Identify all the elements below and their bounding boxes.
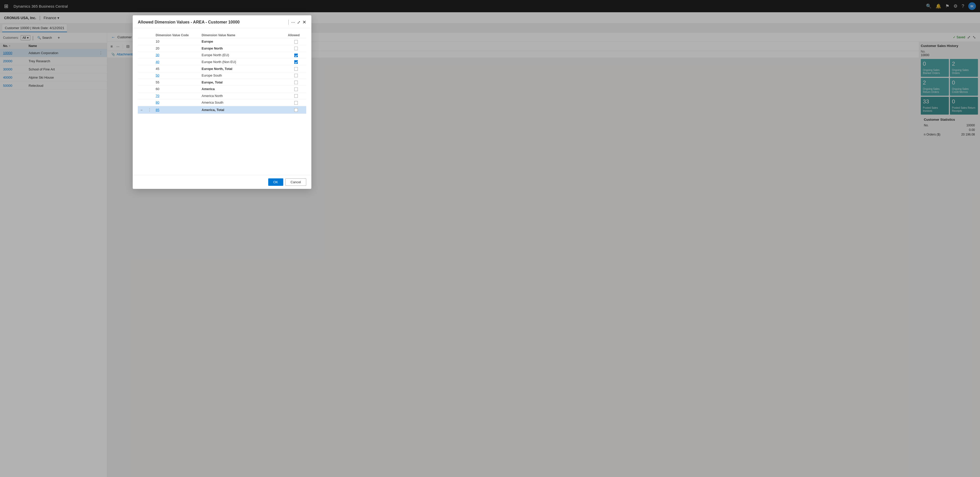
modal-body: Dimension Value Code Dimension Value Nam… <box>133 28 311 175</box>
row-code: 50 <box>154 72 200 79</box>
modal-expand-icon[interactable]: ⤢ <box>297 20 301 25</box>
row-code: 80 <box>154 99 200 106</box>
table-row[interactable]: 60 America <box>138 86 306 92</box>
allowed-checkbox[interactable] <box>294 87 298 91</box>
row-code: 40 <box>154 59 200 65</box>
row-dots-cell <box>145 59 154 65</box>
table-row[interactable]: 45 Europe North, Total <box>138 65 306 72</box>
modal-footer: OK Cancel <box>133 175 311 189</box>
table-row[interactable]: 30 Europe North (EU) <box>138 52 306 59</box>
row-allowed[interactable] <box>286 79 306 86</box>
row-name: America South <box>200 99 286 106</box>
row-code: 10 <box>154 38 200 45</box>
row-arrow-cell <box>138 59 145 65</box>
row-arrow-cell <box>138 52 145 59</box>
table-row[interactable]: 50 Europe South <box>138 72 306 79</box>
row-arrow-cell <box>138 65 145 72</box>
ok-button[interactable]: OK <box>268 178 283 186</box>
allowed-checkbox[interactable] <box>294 101 298 105</box>
row-allowed[interactable] <box>286 38 306 45</box>
modal-header: Allowed Dimension Values - AREA - Custom… <box>133 15 311 28</box>
row-allowed[interactable] <box>286 86 306 92</box>
row-dots-cell[interactable]: ⋮ <box>145 106 154 114</box>
row-dots-cell <box>145 79 154 86</box>
row-dots-cell <box>145 45 154 52</box>
allowed-checkbox[interactable] <box>294 81 298 84</box>
row-dots-cell <box>145 52 154 59</box>
allowed-checkbox[interactable] <box>294 74 298 77</box>
row-code: 60 <box>154 86 200 92</box>
row-allowed[interactable] <box>286 52 306 59</box>
allowed-checkbox[interactable] <box>294 40 298 44</box>
row-code: 55 <box>154 79 200 86</box>
row-name: Europe North <box>200 45 286 52</box>
col-dots-header <box>145 32 154 38</box>
row-name: America, Total <box>200 106 286 114</box>
row-name: Europe, Total <box>200 79 286 86</box>
col-code-header: Dimension Value Code <box>154 32 200 38</box>
col-name-header: Dimension Value Name <box>200 32 286 38</box>
table-row[interactable]: 10 Europe <box>138 38 306 45</box>
allowed-checkbox[interactable] <box>294 108 298 112</box>
row-arrow-cell <box>138 86 145 92</box>
row-dots-cell <box>145 38 154 45</box>
row-arrow-cell: → <box>138 106 145 114</box>
table-row[interactable]: → ⋮ 85 America, Total <box>138 106 306 114</box>
row-name: Europe North (EU) <box>200 52 286 59</box>
row-code: 45 <box>154 65 200 72</box>
row-name: Europe <box>200 38 286 45</box>
row-allowed[interactable] <box>286 72 306 79</box>
row-code: 85 <box>154 106 200 114</box>
modal-overlay: Allowed Dimension Values - AREA - Custom… <box>0 0 980 477</box>
row-allowed[interactable] <box>286 99 306 106</box>
row-name: Europe South <box>200 72 286 79</box>
col-allowed-header: Allowed <box>286 32 306 38</box>
row-dots-cell <box>145 99 154 106</box>
row-dots-cell <box>145 86 154 92</box>
cancel-button[interactable]: Cancel <box>285 178 306 186</box>
modal-title: Allowed Dimension Values - AREA - Custom… <box>138 20 286 24</box>
modal-header-separator <box>288 20 289 25</box>
row-allowed[interactable] <box>286 45 306 52</box>
row-arrow-cell <box>138 99 145 106</box>
row-dots-cell <box>145 65 154 72</box>
allowed-checkbox[interactable] <box>294 94 298 98</box>
row-name: America North <box>200 92 286 99</box>
row-code: 30 <box>154 52 200 59</box>
allowed-checkbox[interactable] <box>294 67 298 71</box>
row-arrow-cell <box>138 45 145 52</box>
table-row[interactable]: 20 Europe North <box>138 45 306 52</box>
row-name: Europe North, Total <box>200 65 286 72</box>
row-allowed[interactable] <box>286 92 306 99</box>
row-arrow-cell <box>138 92 145 99</box>
row-dots-cell <box>145 72 154 79</box>
row-dots-cell <box>145 92 154 99</box>
dimension-values-modal: Allowed Dimension Values - AREA - Custom… <box>133 15 311 189</box>
row-arrow-cell <box>138 38 145 45</box>
row-name: Europe North (Non EU) <box>200 59 286 65</box>
row-context-menu-icon[interactable]: ⋮ <box>148 108 151 112</box>
dimension-values-table: Dimension Value Code Dimension Value Nam… <box>138 32 306 114</box>
row-code: 20 <box>154 45 200 52</box>
row-arrow-cell <box>138 79 145 86</box>
allowed-checkbox[interactable] <box>294 54 298 57</box>
row-current-arrow-icon: → <box>140 108 143 112</box>
table-row[interactable]: 40 Europe North (Non EU) <box>138 59 306 65</box>
table-row[interactable]: 70 America North <box>138 92 306 99</box>
col-arrow-header <box>138 32 145 38</box>
row-allowed[interactable] <box>286 65 306 72</box>
modal-more-icon[interactable]: ··· <box>291 20 295 25</box>
allowed-checkbox[interactable] <box>294 60 298 64</box>
table-row[interactable]: 55 Europe, Total <box>138 79 306 86</box>
modal-close-button[interactable]: ✕ <box>302 19 306 25</box>
row-allowed[interactable] <box>286 106 306 114</box>
row-name: America <box>200 86 286 92</box>
row-arrow-cell <box>138 72 145 79</box>
row-allowed[interactable] <box>286 59 306 65</box>
row-code: 70 <box>154 92 200 99</box>
allowed-checkbox[interactable] <box>294 47 298 50</box>
table-row[interactable]: 80 America South <box>138 99 306 106</box>
